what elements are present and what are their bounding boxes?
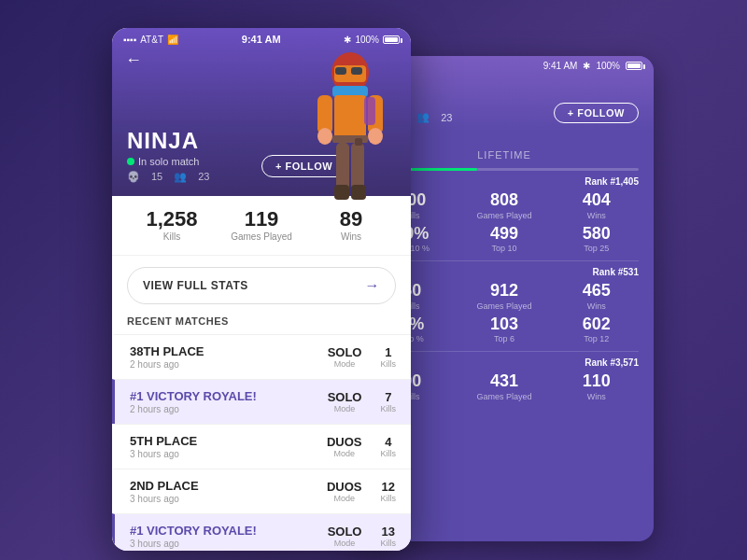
svg-rect-13 xyxy=(334,185,349,200)
online-dot xyxy=(127,158,134,165)
match-place-1: #1 VICTORY ROYALE! xyxy=(130,389,257,403)
back-wins1-lbl: Wins xyxy=(554,211,639,220)
character-svg xyxy=(299,47,402,215)
back-games2-val: 912 xyxy=(462,281,547,301)
match-place-0: 38TH PLACE xyxy=(130,344,204,358)
stat-kills: 1,258 Kills xyxy=(127,209,217,242)
match-kills-val-0: 1 xyxy=(380,345,396,359)
back-stat-games3: 431 Games Played xyxy=(462,371,547,401)
skull-meta-count: 15 xyxy=(151,171,162,183)
match-left-0: 38TH PLACE 2 hours ago xyxy=(130,344,204,370)
match-place-4: #1 VICTORY ROYALE! xyxy=(130,524,257,538)
match-mode-val-3: DUOS xyxy=(327,480,362,494)
rank3-val: #3,571 xyxy=(610,357,639,368)
rank2-val: #531 xyxy=(618,267,639,277)
match-right-0: SOLO Mode 1 Kills xyxy=(328,345,396,369)
match-kills-0: 1 Kills xyxy=(380,345,396,369)
back-games3-lbl: Games Played xyxy=(462,392,547,401)
kills-label: Kills xyxy=(127,231,217,242)
match-item[interactable]: #1 VICTORY ROYALE! 3 hours ago SOLO Mode… xyxy=(112,513,411,551)
view-stats-label: VIEW FULL STATS xyxy=(143,279,248,292)
match-left-3: 2ND PLACE 3 hours ago xyxy=(130,479,199,504)
arrow-right-icon: → xyxy=(365,277,381,294)
friends-meta-icon: 👥 xyxy=(174,171,187,183)
status-time: 9:41 AM xyxy=(242,34,281,45)
skull-meta-icon: 💀 xyxy=(127,171,140,183)
match-kills-lbl-1: Kills xyxy=(380,404,396,413)
match-right-2: DUOS Mode 4 Kills xyxy=(327,435,396,458)
svg-point-10 xyxy=(368,128,383,145)
back-friends-icon: 👥 xyxy=(416,111,430,123)
back-stat-wins3: 110 Wins xyxy=(554,371,639,401)
back-top12-val: 602 xyxy=(554,315,639,335)
match-mode-lbl-1: Mode xyxy=(328,404,362,413)
svg-rect-12 xyxy=(351,143,364,191)
games-played-value: 119 xyxy=(217,209,306,230)
svg-rect-11 xyxy=(336,143,349,191)
back-follow-button[interactable]: + FOLLOW xyxy=(554,103,639,123)
match-time-2: 3 hours ago xyxy=(130,449,197,459)
stat-games-played: 119 Games Played xyxy=(217,209,306,242)
match-time-1: 2 hours ago xyxy=(130,404,257,414)
match-item[interactable]: 5TH PLACE 3 hours ago DUOS Mode 4 Kills xyxy=(112,424,411,469)
match-place-2: 5TH PLACE xyxy=(130,434,197,448)
match-kills-val-1: 7 xyxy=(380,390,396,404)
back-wins1-val: 404 xyxy=(554,190,639,211)
match-kills-lbl-0: Kills xyxy=(380,359,396,369)
match-kills-4: 13 Kills xyxy=(380,525,396,548)
match-mode-val-2: DUOS xyxy=(327,435,362,449)
back-wins3-lbl: Wins xyxy=(554,392,639,401)
match-right-1: SOLO Mode 7 Kills xyxy=(328,390,396,413)
match-right-3: DUOS Mode 12 Kills xyxy=(327,480,396,503)
match-mode-val-0: SOLO xyxy=(328,345,362,359)
view-full-stats-button[interactable]: VIEW FULL STATS → xyxy=(127,267,396,304)
rank2-text: Rank xyxy=(593,267,615,277)
match-kills-2: 4 Kills xyxy=(380,435,396,458)
battery-pct: 100% xyxy=(355,35,379,45)
match-time-3: 3 hours ago xyxy=(130,494,199,504)
match-item[interactable]: 2ND PLACE 3 hours ago DUOS Mode 12 Kills xyxy=(112,469,411,513)
games-played-label: Games Played xyxy=(217,231,306,242)
player-name: NINJA xyxy=(127,130,210,152)
match-time-0: 2 hours ago xyxy=(130,359,204,370)
back-wins2-val: 465 xyxy=(554,281,639,301)
match-mode-lbl-3: Mode xyxy=(327,494,362,503)
match-kills-lbl-2: Kills xyxy=(380,449,396,458)
match-time-4: 3 hours ago xyxy=(130,539,257,549)
svg-point-9 xyxy=(317,128,332,145)
rank1-val: #1,405 xyxy=(610,176,639,187)
match-mode-lbl-2: Mode xyxy=(327,449,362,458)
match-mode-3: DUOS Mode xyxy=(327,480,362,503)
kills-value: 1,258 xyxy=(127,209,217,230)
back-stat-games1: 808 Games Played xyxy=(462,190,547,220)
back-battery-pct: 100% xyxy=(596,61,620,71)
svg-rect-2 xyxy=(335,67,346,75)
match-right-4: SOLO Mode 13 Kills xyxy=(328,525,396,548)
match-left-2: 5TH PLACE 3 hours ago xyxy=(130,434,197,459)
back-battery-icon xyxy=(626,62,642,70)
main-card: ▪▪▪▪ AT&T 📶 9:41 AM ✱ 100% ← xyxy=(112,28,411,551)
match-mode-val-4: SOLO xyxy=(328,525,362,539)
match-left-4: #1 VICTORY ROYALE! 3 hours ago xyxy=(130,524,257,549)
match-mode-4: SOLO Mode xyxy=(328,525,362,548)
match-mode-0: SOLO Mode xyxy=(328,345,362,369)
match-item[interactable]: 38TH PLACE 2 hours ago SOLO Mode 1 Kills xyxy=(112,334,411,379)
svg-rect-5 xyxy=(334,95,366,142)
back-arrow-icon[interactable]: ← xyxy=(125,50,142,70)
match-mode-1: SOLO Mode xyxy=(328,390,362,413)
back-games1-lbl: Games Played xyxy=(462,211,547,220)
svg-rect-14 xyxy=(351,185,366,200)
player-meta: 💀 15 👥 23 xyxy=(127,171,210,183)
match-kills-val-2: 4 xyxy=(380,435,396,449)
back-stat-top12: 602 Top 12 xyxy=(554,315,639,344)
match-item[interactable]: #1 VICTORY ROYALE! 2 hours ago SOLO Mode… xyxy=(112,379,411,424)
battery-icon xyxy=(383,35,400,44)
svg-rect-16 xyxy=(355,138,362,146)
back-wins2-lbl: Wins xyxy=(554,301,639,311)
card-header: ▪▪▪▪ AT&T 📶 9:41 AM ✱ 100% ← xyxy=(112,28,411,196)
back-games3-val: 431 xyxy=(462,371,547,392)
svg-rect-15 xyxy=(364,97,375,125)
match-kills-val-3: 12 xyxy=(380,480,396,494)
recent-matches-label: RECENT MATCHES xyxy=(112,315,411,334)
back-time: 9:41 AM xyxy=(543,61,578,71)
